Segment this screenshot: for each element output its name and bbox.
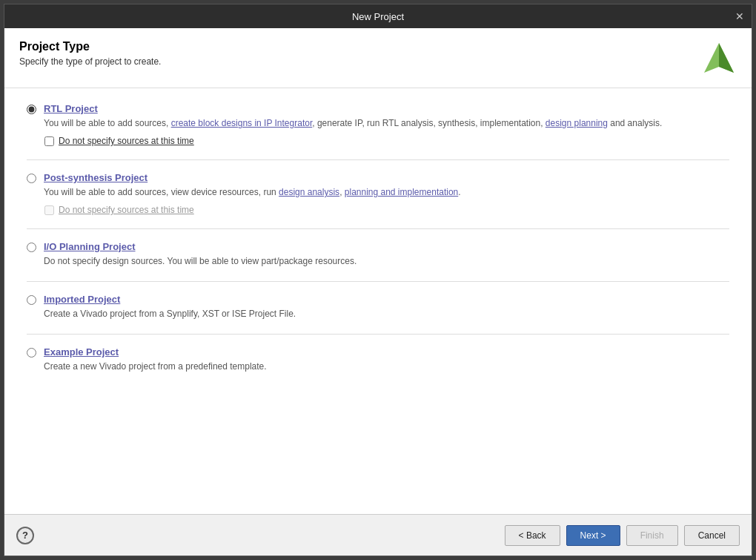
label-io-planning[interactable]: I/O Planning Project (44, 241, 136, 252)
option-imported: Imported Project Create a Vivado project… (27, 294, 729, 320)
label-example[interactable]: Example Project (44, 346, 119, 358)
footer-buttons: < Back Next > Finish Cancel (505, 525, 740, 546)
radio-example[interactable] (27, 348, 36, 358)
option-io-planning: I/O Planning Project Do not specify desi… (27, 241, 729, 268)
svg-marker-1 (719, 43, 734, 73)
checkbox-rtl-label[interactable]: Do not specify sources at this time (59, 136, 194, 146)
vivado-logo (701, 40, 737, 76)
label-imported[interactable]: Imported Project (44, 294, 120, 305)
dialog: New Project ✕ Project Type Specify the t… (4, 4, 752, 556)
radio-rtl[interactable] (27, 105, 36, 114)
desc-post-synthesis: You will be able to add sources, view de… (44, 185, 461, 199)
cancel-button[interactable]: Cancel (684, 525, 740, 546)
close-button[interactable]: ✕ (735, 11, 744, 22)
desc-io-planning: Do not specify design sources. You will … (44, 254, 357, 268)
footer-area: ? < Back Next > Finish Cancel (4, 514, 752, 556)
desc-imported: Create a Vivado project from a Synplify,… (44, 307, 296, 320)
checkbox-post-synthesis[interactable] (44, 205, 54, 215)
radio-io-planning[interactable] (27, 243, 36, 252)
page-subtitle: Specify the type of project to create. (19, 56, 161, 67)
header-text: Project Type Specify the type of project… (19, 40, 161, 67)
back-button[interactable]: < Back (505, 525, 560, 546)
next-button[interactable]: Next > (566, 525, 620, 546)
option-post-synthesis: Post-synthesis Project You will be able … (27, 172, 729, 215)
content-area: RTL Project You will be able to add sour… (4, 88, 752, 514)
help-button[interactable]: ? (16, 527, 34, 544)
dialog-title: New Project (352, 11, 404, 22)
radio-post-synthesis[interactable] (27, 174, 36, 183)
titlebar: New Project ✕ (4, 4, 752, 28)
option-rtl: RTL Project You will be able to add sour… (27, 103, 729, 146)
radio-imported[interactable] (27, 295, 36, 305)
checkbox-rtl[interactable] (44, 136, 54, 146)
label-post-synthesis[interactable]: Post-synthesis Project (44, 172, 147, 183)
header-area: Project Type Specify the type of project… (4, 28, 752, 88)
label-rtl[interactable]: RTL Project (44, 103, 98, 114)
desc-rtl: You will be able to add sources, create … (44, 116, 662, 130)
page-title: Project Type (19, 40, 161, 53)
finish-button[interactable]: Finish (626, 525, 678, 546)
desc-example: Create a new Vivado project from a prede… (44, 360, 267, 373)
option-example: Example Project Create a new Vivado proj… (27, 346, 729, 373)
checkbox-post-synthesis-label: Do not specify sources at this time (59, 205, 194, 215)
